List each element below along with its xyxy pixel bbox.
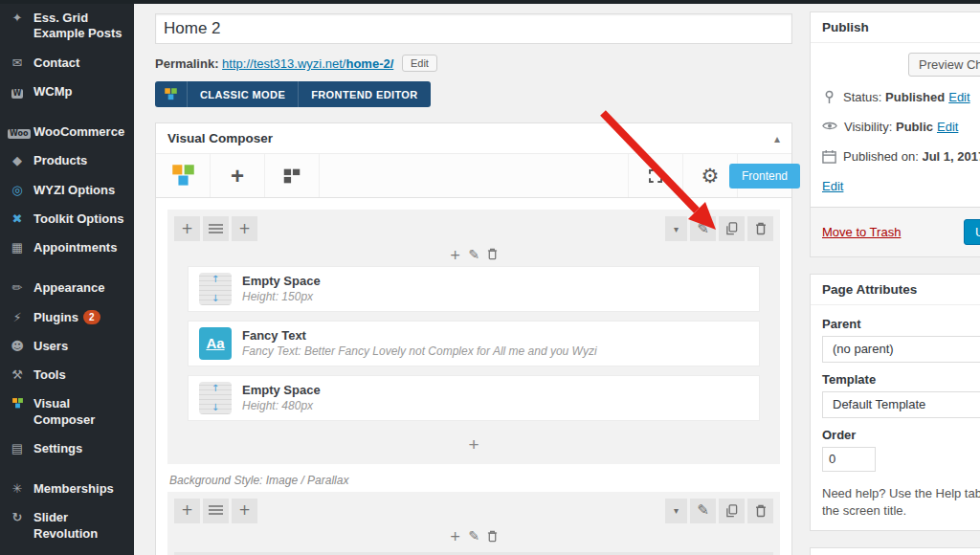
plus-icon: +	[238, 503, 251, 518]
sidebar-item-woocommerce[interactable]: Woo WooCommerce	[0, 118, 134, 146]
row-toggle-button[interactable]: ▾	[665, 499, 687, 523]
row-layout-button[interactable]	[203, 216, 229, 241]
column-trash-icon[interactable]	[487, 248, 498, 260]
menu-separator	[0, 262, 134, 274]
sidebar-item-users[interactable]: ☻ Users	[0, 332, 134, 361]
row-clone-button[interactable]	[719, 216, 745, 241]
vc-toolbar: + ⚙ Frontend	[156, 154, 791, 198]
sidebar-item-label: Tools	[33, 367, 66, 383]
package-icon: ◆	[8, 153, 27, 168]
column-add-icon[interactable]: +	[450, 528, 461, 544]
copy-icon	[725, 222, 738, 235]
calendar-icon: ▦	[8, 240, 27, 255]
sidebar-item-wp-fastest-cache[interactable]: ● WP Fastest Cache	[0, 548, 134, 555]
sidebar-item-appointments[interactable]: ▦ Appointments	[0, 233, 134, 262]
move-to-trash-link[interactable]: Move to Trash	[822, 225, 901, 239]
parent-select[interactable]: (no parent)	[822, 336, 980, 363]
fancy-text-icon: Aa	[199, 327, 232, 360]
status-edit-link[interactable]: Edit	[948, 90, 969, 104]
classic-mode-button[interactable]: CLASSIC MODE	[188, 81, 299, 107]
column-controls: +✎	[174, 523, 773, 548]
slider-revolution-icon: ↻	[8, 510, 27, 525]
row-layout-button[interactable]	[203, 499, 229, 523]
user-icon: ☻	[8, 339, 27, 354]
published-value: Jul 1, 2017 @	[922, 149, 980, 164]
preview-changes-button[interactable]: Preview Changes	[908, 53, 980, 77]
row-add-button[interactable]: +	[232, 499, 257, 523]
rows-layout-icon	[209, 505, 223, 516]
update-button[interactable]: Update	[964, 219, 980, 245]
sidebar-item-appearance[interactable]: ✏ Appearance	[0, 274, 134, 302]
sidebar-item-label: WooCommerce	[33, 124, 124, 140]
sidebar-item-plugins[interactable]: ⚡ Plugins2	[0, 303, 134, 332]
publish-box: Publish Preview Changes Status: Publishe…	[810, 11, 980, 257]
brush-icon: ✏	[8, 280, 27, 296]
sidebar-item-contact[interactable]: ✉ Contact	[0, 49, 134, 78]
sidebar-item-memberships[interactable]: ✳ Memberships	[0, 475, 134, 503]
row-delete-button[interactable]	[747, 216, 773, 241]
vc-logo-button[interactable]	[156, 154, 211, 197]
sidebar-item-visual-composer[interactable]: Visual Composer	[0, 389, 134, 434]
row-drag-handle[interactable]: +	[174, 216, 200, 241]
page-attributes-box: Page Attributes Parent (no parent) Templ…	[810, 274, 980, 532]
column-add-icon[interactable]: +	[450, 247, 461, 262]
element-empty-space-1[interactable]: ↑↓ Empty Space Height: 150px	[188, 266, 760, 312]
drag-icon: +	[181, 503, 193, 518]
row-edit-button[interactable]: ✎	[690, 216, 716, 241]
row-append-element-button[interactable]: +	[174, 430, 773, 457]
sidebar-item-wcmp[interactable]: W WCMp	[0, 78, 134, 106]
sidebar-item-settings[interactable]: ▤ Settings	[0, 434, 134, 463]
toolkit-icon: ✖	[8, 211, 27, 227]
visibility-edit-link[interactable]: Edit	[937, 120, 958, 134]
sidebar-item-label: WYZI Options	[33, 183, 115, 198]
eye-icon	[822, 120, 837, 132]
sidebar-item-slider-revolution[interactable]: ↻ Slider Revolution	[0, 503, 134, 548]
permalink-row: Permalink: http://test313.wyzi.net/home-…	[155, 55, 792, 72]
element-empty-space-2[interactable]: ↑↓ Empty Space Height: 480px	[188, 375, 760, 421]
template-select[interactable]: Default Template	[822, 391, 980, 418]
column-edit-icon[interactable]: ✎	[469, 247, 480, 262]
plus-icon: +	[238, 222, 251, 236]
menu-separator	[0, 463, 134, 475]
add-element-button[interactable]: +	[211, 154, 265, 197]
sidebar-item-toolkit-options[interactable]: ✖ Toolkit Options	[0, 205, 134, 233]
element-fancy-text[interactable]: Aa Fancy Text Fancy Text: Better Fancy L…	[188, 321, 760, 366]
visual-composer-metabox: Visual Composer ▴ + ⚙ Frontend	[155, 122, 792, 555]
sidebar-item-label: Ess. Grid Example Posts	[33, 11, 126, 42]
published-edit-link[interactable]: Edit	[822, 179, 843, 193]
sidebar-item-ess-grid-posts[interactable]: ✦ Ess. Grid Example Posts	[0, 4, 134, 49]
row-add-button[interactable]: +	[232, 216, 257, 241]
row-drag-handle[interactable]: +	[174, 499, 200, 523]
post-title-input[interactable]	[155, 13, 792, 44]
template-layout-icon	[281, 166, 302, 187]
column-trash-icon[interactable]	[487, 530, 498, 543]
sidebar-item-tools[interactable]: ⚒ Tools	[0, 361, 134, 389]
permalink-edit-button[interactable]: Edit	[402, 55, 437, 72]
editor-main-column: Permalink: http://test313.wyzi.net/home-…	[155, 13, 792, 555]
sidebar-item-label: Memberships	[33, 481, 114, 497]
admin-top-bar	[0, 0, 980, 4]
fullscreen-button[interactable]	[628, 154, 682, 197]
row-clone-button[interactable]	[719, 499, 745, 523]
permalink-link[interactable]: http://test313.wyzi.net/home-2/	[222, 56, 393, 71]
frontend-editor-button[interactable]: FRONTEND EDITOR	[299, 81, 431, 107]
order-input[interactable]	[822, 447, 876, 472]
sidebar-item-products[interactable]: ◆ Products	[0, 146, 134, 175]
sidebar-item-wyzi-options[interactable]: ◎ WYZI Options	[0, 176, 134, 205]
templates-button[interactable]	[265, 154, 320, 197]
metabox-collapse-icon[interactable]: ▴	[774, 132, 780, 145]
column-edit-icon[interactable]: ✎	[469, 528, 480, 544]
vc-logo-icon	[170, 163, 196, 189]
element-title: Empty Space	[242, 383, 321, 397]
row-edit-button[interactable]: ✎	[690, 499, 716, 523]
sidebar-item-label: Products	[33, 153, 87, 168]
row-toggle-button[interactable]: ▾	[665, 216, 687, 241]
frontend-button[interactable]: Frontend	[729, 164, 800, 189]
sidebar-item-label: Visual Composer	[33, 396, 126, 428]
calendar-icon	[822, 149, 836, 164]
plus-icon: +	[231, 165, 244, 188]
visibility-value: Public	[896, 120, 933, 134]
status-pin-icon	[822, 90, 836, 104]
row-delete-button[interactable]	[747, 499, 773, 523]
metabox-header[interactable]: Visual Composer ▴	[156, 123, 791, 154]
